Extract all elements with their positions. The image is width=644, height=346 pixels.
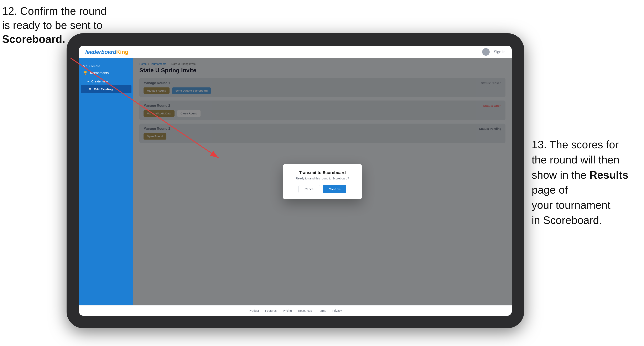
trophy-icon: 🏆 (83, 71, 87, 75)
logo-area: leaderboardKing (85, 49, 128, 55)
modal-title: Transmit to Scoreboard (289, 170, 356, 175)
tablet-screen: leaderboardKing Sign In MAIN MENU 🏆 Tour… (79, 46, 512, 316)
sidebar: MAIN MENU 🏆 Tournaments + Create New ✏ E… (79, 58, 133, 305)
modal-buttons: Cancel Confirm (289, 185, 356, 193)
footer-privacy[interactable]: Privacy (332, 309, 342, 312)
modal-confirm-button[interactable]: Confirm (323, 185, 346, 193)
footer-features[interactable]: Features (265, 309, 277, 312)
plus-icon: + (87, 80, 89, 83)
annotation-br-bold: Results (590, 169, 628, 181)
transmit-modal: Transmit to Scoreboard Ready to send thi… (283, 164, 362, 199)
user-avatar-icon (482, 48, 490, 56)
annotation-br-line1: 13. The scores for (532, 139, 618, 151)
footer-product[interactable]: Product (249, 309, 259, 312)
annotation-line3: Scoreboard. (2, 33, 65, 45)
footer-pricing[interactable]: Pricing (283, 309, 292, 312)
annotation-bottom-right: 13. The scores for the round will then s… (532, 137, 640, 228)
tablet-device: leaderboardKing Sign In MAIN MENU 🏆 Tour… (66, 33, 524, 328)
annotation-br-line5: your tournament (532, 199, 610, 211)
annotation-line2: is ready to be sent to (2, 19, 102, 31)
sidebar-item-tournaments[interactable]: 🏆 Tournaments (79, 69, 133, 77)
edit-existing-label: Edit Existing (94, 87, 113, 91)
footer-resources[interactable]: Resources (298, 309, 312, 312)
logo-text: leaderboardKing (85, 49, 128, 55)
sidebar-tournaments-label: Tournaments (90, 71, 109, 75)
logo-king: King (116, 49, 128, 55)
annotation-br-line4: page of (532, 184, 568, 196)
modal-subtitle: Ready to send this round to Scoreboard? (289, 177, 356, 180)
sidebar-item-edit-existing[interactable]: ✏ Edit Existing (81, 85, 132, 93)
annotation-br-line6: in Scoreboard. (532, 214, 602, 226)
logo-leaderboard: leaderboard (85, 49, 116, 55)
annotation-line1: 12. Confirm the round (2, 5, 107, 17)
modal-cancel-button[interactable]: Cancel (298, 185, 320, 193)
annotation-br-line3: show in the (532, 169, 586, 181)
page-area: Home / Tournaments / State U Spring Invi… (133, 58, 512, 305)
navbar: leaderboardKing Sign In (79, 46, 512, 58)
sidebar-section-label: MAIN MENU (79, 62, 133, 69)
footer: Product Features Pricing Resources Terms… (79, 305, 512, 316)
sidebar-item-create-new[interactable]: + Create New (79, 77, 133, 85)
footer-terms[interactable]: Terms (318, 309, 326, 312)
main-content: MAIN MENU 🏆 Tournaments + Create New ✏ E… (79, 58, 512, 305)
create-new-label: Create New (91, 80, 108, 83)
nav-right: Sign In (482, 48, 506, 56)
annotation-top: 12. Confirm the round is ready to be sen… (2, 4, 107, 46)
edit-icon: ✏ (89, 87, 92, 91)
annotation-br-line2: the round will then (532, 154, 620, 166)
dim-overlay: Transmit to Scoreboard Ready to send thi… (133, 58, 512, 305)
signin-label[interactable]: Sign In (494, 50, 506, 54)
